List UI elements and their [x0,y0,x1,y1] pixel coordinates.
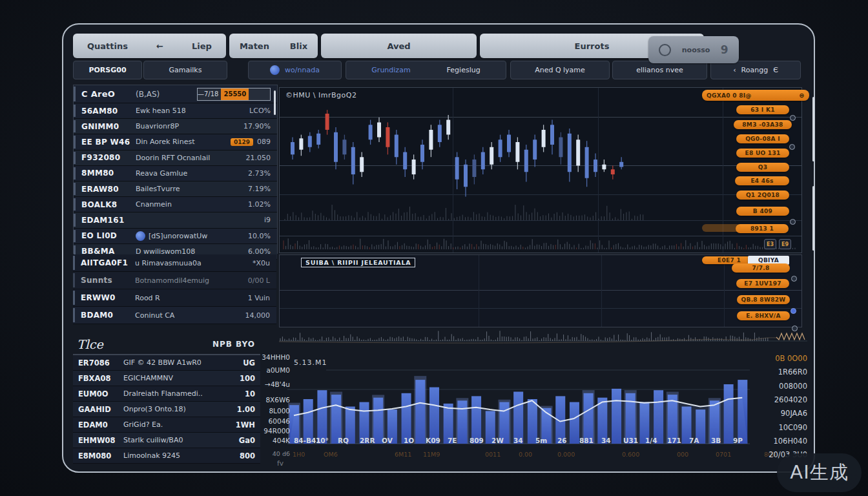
settings-button[interactable]: noosso 9 [648,36,739,63]
window-scrollbar[interactable] [812,97,814,161]
price-badge[interactable]: QG0-08A I [736,134,789,143]
row-value: i9 [264,216,271,224]
globe-icon [270,65,280,75]
row-value: 1 Vuin [248,294,270,302]
x-axis-label: 2RR [360,437,375,444]
price-badge[interactable]: 63 I K1 [736,105,789,114]
row-value: 2.73% [248,169,271,178]
price-badge[interactable]: E7 1UV197 [736,279,789,288]
tool-icon[interactable]: E9 [779,239,791,249]
x-axis-label: 7A [689,437,699,444]
watchlist-row[interactable]: SunntsBotnamomdil4emuig0/00 L [73,272,276,289]
y-axis-label: 404K [251,437,290,444]
x-axis-sublabel: 0.600 [622,451,639,458]
orders-panel-label: SUIBA \ RIIPII JELEAUTIALA [301,258,415,267]
price-badge[interactable]: E8 UO 131 [736,149,789,158]
y-axis-label: a0UM0 [251,366,290,374]
watchlist-row[interactable]: BOALK8Cnanmein1.02% [74,197,277,212]
tab-label[interactable]: Liep [185,41,218,51]
price-input[interactable]: —7/18 25550 [197,88,271,101]
tab-label[interactable]: Quattins [81,41,134,51]
tab-group-1[interactable]: Quattins←Liep [73,34,226,58]
price-badge[interactable]: E. 8HXV/A [737,311,790,320]
x-axis-label: 3B [711,437,721,444]
tab-label[interactable]: Aved [380,41,417,51]
toolbar-button-3[interactable]: wo/nnada [248,61,342,79]
price-badge[interactable]: Q3 [736,163,789,172]
toolbar-button-6[interactable]: ellianos nvee [612,61,707,79]
price-badge[interactable]: Q1 2Q018 [736,191,789,200]
tab-group-2[interactable]: MatenBlix [229,34,318,58]
refresh-icon: 9 [721,43,728,56]
row-symbol: EE BP W46 [81,138,136,147]
positions-row[interactable]: ER7086GIF © 42 BBW A1wR0UG [73,355,260,371]
row-description: Buavrionr8P [136,122,243,130]
price-badge[interactable]: 8913 1 [736,224,789,233]
watchlist-row[interactable]: EDAM161i9 [74,212,277,228]
watchlist-row[interactable]: BDAM0Coninut CA14,000 [73,307,276,324]
positions-row[interactable]: EHMW08Starlk cuiliw/BA0Ga0 [73,433,260,448]
toolbar-button-4[interactable]: GrundizamFegieslug [346,61,506,79]
watchlist-row[interactable]: F932080Doorin RFT Ocnanlail21.050 [74,150,277,166]
watchlist-row[interactable]: AIITGA0F1u Rimavasmuua0a*X0u [73,254,276,272]
watchlist-row[interactable]: ERWW0Rood R1 Vuin [73,289,276,307]
toolbar-label: Aned Q lyame [535,66,585,74]
bars-plot [287,361,750,446]
tab-label[interactable]: Eurrots [568,41,616,51]
volume-bar-chart[interactable]: 5.13.M1 34HHH0a0UM0→4B'4u8X6W68L00060046… [254,352,751,468]
toolbar-button-1[interactable]: PORSG00 [73,61,142,79]
positions-row[interactable]: E8M080Limoolnak 9245800 [73,448,260,464]
x-axis-label: 5m [535,437,547,444]
row-description: GriGid? Ea. [123,420,236,429]
price-badge-faded[interactable] [702,224,741,232]
positions-header: Tlce NPB BYO [73,335,260,355]
watchlist-row[interactable]: EE BP W46Din Aorek Rinest0129089 [74,134,277,150]
positions-row[interactable]: GAAHIDOnpro(3 Onto.18)1.00 [73,402,260,417]
row-symbol: ER7086 [78,358,123,367]
watchlist-panel: C AreO (B,AS) —7/18 25550 56AM80Ewk hean… [73,85,278,254]
price-badge[interactable]: QB.8 8W82W [737,295,790,304]
row-symbol: EHMW08 [78,436,123,445]
tool-icon[interactable]: E3 [764,239,776,249]
watchlist-scrollbar[interactable] [274,90,276,115]
tab-label[interactable]: Blix [284,41,314,51]
tab-group-3[interactable]: Aved [321,34,477,58]
row-value-text: LCO% [249,107,271,115]
watchlist-row[interactable]: 56AM80Ewk hean 518LCO% [74,103,277,119]
price-badge[interactable]: 8M3 -03A38 [734,120,792,129]
toolbar-button-2[interactable]: Gamailks [143,61,227,79]
orders-panel[interactable]: SUIBA \ RIIPII JELEAUTIALA [279,254,802,327]
ladder-value: 106H040 [749,437,807,446]
row-symbol: F932080 [81,153,136,162]
watchlist-header-row[interactable]: C AreO (B,AS) —7/18 25550 [74,85,277,103]
row-symbol: EDAM161 [81,216,136,225]
watchlist-row[interactable]: ERAW80BailesTvurre7.19% [74,181,277,197]
row-value: 7.19% [248,185,271,193]
positions-row[interactable]: EDAM0GriGid? Ea.1WH [73,417,260,433]
row-description: u Rimavasmuua0a [135,259,253,267]
window-scrollbar[interactable] [812,186,814,251]
row-value: 1.02% [248,200,271,209]
positions-row[interactable]: FBXA08EGICHAMMNV100 [73,371,260,386]
price-badge[interactable]: E4 46s [735,176,789,185]
positions-row[interactable]: EUM0ODralreiath Flanamedi..10 [73,386,260,402]
back-arrow-icon[interactable]: ← [150,41,170,51]
ladder-value: 2604020 [749,395,807,404]
row-description: Dralreiath Flanamedi.. [123,389,245,398]
row-description-text: Doorin RFT Ocnanlail [136,154,210,162]
row-symbol: 8MM80 [81,169,136,178]
watchlist-row[interactable]: GNIMM0Buavrionr8P17.90% [74,119,277,134]
row-symbol: GAAHID [78,405,123,414]
row-description: Cnanmein [136,200,248,209]
price-badge-main[interactable]: QGXA0 0 8I@⊜ [702,90,809,101]
toolbar-button-5[interactable]: Aned Q lyame [510,61,610,79]
tab-label[interactable]: Maten [233,41,276,51]
price-badge[interactable]: B 409 [736,207,789,216]
watchlist-row[interactable]: EO LI0D[dS]unorowatUw10.0% [74,229,277,244]
x-axis-label: 10° [316,437,329,444]
toolbar-button-7[interactable]: ‹RoanggЄ [710,61,801,79]
watchlist-row[interactable]: 8MM80Reava Gamlue2.73% [74,166,277,181]
price-badge[interactable]: 7/7.8 [732,264,790,273]
globe-icon [136,231,145,241]
x-axis-sublabel: 0.000 [557,451,575,458]
